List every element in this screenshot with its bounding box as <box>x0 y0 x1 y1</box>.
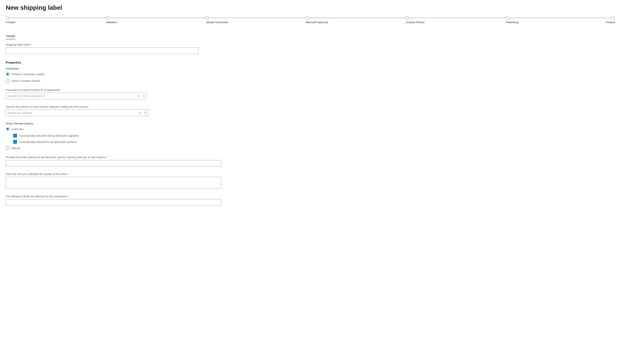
checkbox-icon: ✓ <box>13 134 17 138</box>
partner-search-input[interactable] <box>6 109 149 116</box>
search-icon[interactable] <box>144 111 147 114</box>
checkbox-label: Automatically delivered during Windows U… <box>19 134 79 137</box>
driver-delivery-label: Driver Delivery Options <box>6 122 621 125</box>
checkbox-auto-upgrades[interactable]: ✓ Automatically delivered during Windows… <box>13 134 621 138</box>
step-circle-icon <box>206 16 209 19</box>
step-circle-icon <box>106 16 109 19</box>
destination-group: Destination Publish to Windows Update Se… <box>6 67 621 83</box>
step-circle-icon <box>6 16 9 19</box>
step-circle-icon <box>506 16 509 19</box>
validation-desc-textarea[interactable] <box>6 177 221 188</box>
critical-incident-search-input[interactable] <box>6 93 147 99</box>
checkbox-auto-systems[interactable]: ✓ Automatically delivered to all applica… <box>13 140 621 144</box>
clear-icon[interactable] <box>137 94 140 98</box>
sponsor-email-input[interactable] <box>6 160 221 167</box>
svg-point-1 <box>145 112 147 114</box>
radio-automatic[interactable]: Automatic <box>6 127 621 131</box>
tabs: Details <box>6 34 621 39</box>
field-sponsor-email: Provide the email address of the Microso… <box>6 156 621 167</box>
step-label: Update Generation <box>206 21 228 24</box>
clear-icon[interactable] <box>139 111 142 114</box>
radio-icon <box>6 127 9 131</box>
radio-label: Automatic <box>12 128 24 131</box>
field-partner-visibility: Specify the partners (if any) that are a… <box>6 105 621 116</box>
validation-desc-label: Describe how you validated the quality o… <box>6 172 621 176</box>
progress-stepper: Created Validation Update Generation Mic… <box>6 16 615 24</box>
partner-visibility-label: Specify the partners (if any) that are a… <box>6 105 621 108</box>
tab-details[interactable]: Details <box>6 34 15 39</box>
radio-label: Send to another Partner <box>12 79 40 82</box>
step-circle-icon <box>406 16 409 19</box>
oems-affected-input[interactable] <box>6 199 221 206</box>
oems-affected-label: The following OEMs are affected by this … <box>6 195 621 198</box>
checkbox-label: Automatically delivered to all applicabl… <box>19 140 77 144</box>
step-label: Publishing <box>506 21 518 24</box>
step-created: Created <box>6 16 106 24</box>
sponsor-email-label: Provide the email address of the Microso… <box>6 156 621 159</box>
radio-icon <box>6 79 9 83</box>
driver-delivery-group: Driver Delivery Options Automatic ✓ Auto… <box>6 122 621 150</box>
step-circle-icon <box>306 16 309 19</box>
step-finalize: Finalize <box>606 16 615 24</box>
shipping-label-name-label: Shipping label name <box>6 43 621 46</box>
step-publishing: Publishing <box>506 16 606 24</box>
step-microsoft-approval: Microsoft Approval <box>306 16 406 24</box>
page-title: New shipping label <box>6 4 621 11</box>
step-circle-icon <box>612 16 615 19</box>
step-gradual-rollout: Gradual Rollout <box>406 16 506 24</box>
step-label: Microsoft Approval <box>306 21 328 24</box>
radio-label: Publish to Windows Update <box>12 73 45 76</box>
step-label: Created <box>6 21 15 24</box>
radio-label: Manual <box>12 147 20 150</box>
field-critical-incident: Associate to Critical Incident ID (If ap… <box>6 88 621 99</box>
field-shipping-label-name: Shipping label name <box>6 43 621 54</box>
destination-label: Destination <box>6 67 621 70</box>
svg-point-0 <box>143 95 145 97</box>
field-validation-desc: Describe how you validated the quality o… <box>6 172 621 189</box>
step-label: Gradual Rollout <box>406 21 424 24</box>
shipping-label-name-input[interactable] <box>6 48 198 54</box>
search-icon[interactable] <box>142 94 145 98</box>
checkbox-icon: ✓ <box>13 140 17 144</box>
radio-manual[interactable]: Manual <box>6 146 621 150</box>
step-update-generation: Update Generation <box>206 16 306 24</box>
field-oems-affected: The following OEMs are affected by this … <box>6 195 621 206</box>
critical-incident-label: Associate to Critical Incident ID (If ap… <box>6 88 621 92</box>
step-label: Finalize <box>606 21 615 24</box>
step-validation: Validation <box>106 16 206 24</box>
step-label: Validation <box>106 21 117 24</box>
radio-publish-windows-update[interactable]: Publish to Windows Update <box>6 72 621 76</box>
properties-heading: Properties <box>6 61 621 64</box>
radio-icon <box>6 72 9 76</box>
radio-icon <box>6 146 9 150</box>
radio-send-another-partner[interactable]: Send to another Partner <box>6 79 621 83</box>
